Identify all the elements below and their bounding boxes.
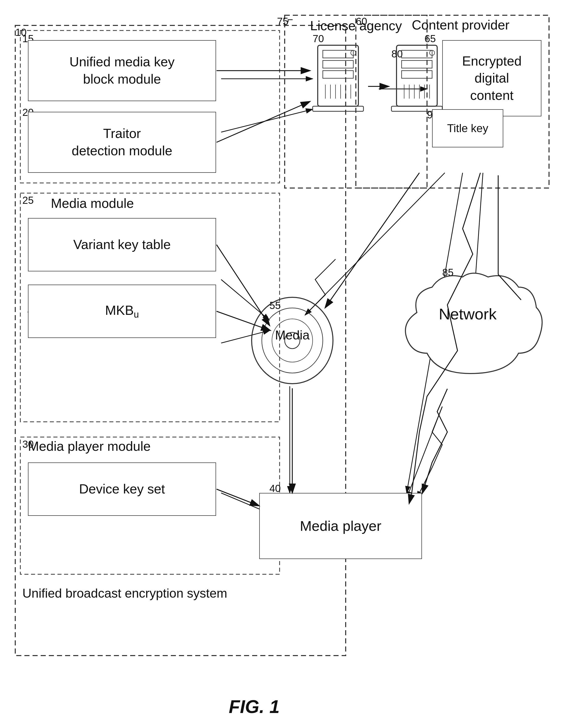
svg-rect-29 bbox=[397, 45, 437, 106]
fig-label: FIG. 1 bbox=[229, 696, 280, 717]
ref-25: 25 bbox=[22, 195, 34, 206]
media-player-module-label: Media player module bbox=[28, 439, 151, 454]
svg-rect-20 bbox=[323, 71, 353, 78]
svg-line-46 bbox=[217, 102, 310, 142]
media-disc: Media bbox=[249, 292, 336, 390]
unified-media-key-block-box: Unified media keyblock module bbox=[28, 40, 216, 101]
svg-rect-19 bbox=[323, 60, 353, 68]
variant-key-table-box: Variant key table bbox=[28, 218, 216, 271]
media-player-box: Media player bbox=[259, 493, 422, 559]
mkbu-box: MKBu bbox=[28, 285, 216, 338]
device-key-set-box: Device key set bbox=[28, 462, 216, 516]
svg-rect-32 bbox=[402, 71, 432, 78]
svg-line-11 bbox=[407, 407, 442, 498]
encrypted-digital-content-box: Encrypteddigitalcontent bbox=[442, 40, 541, 116]
media-module-label: Media module bbox=[51, 196, 134, 211]
svg-line-7 bbox=[221, 109, 313, 132]
svg-rect-28 bbox=[313, 106, 363, 111]
content-provider-label: Content provider bbox=[412, 17, 509, 33]
svg-line-12 bbox=[475, 173, 483, 280]
svg-rect-18 bbox=[323, 50, 353, 58]
ref-40: 40 bbox=[269, 483, 281, 494]
traitor-detection-box: Traitordetection module bbox=[28, 112, 216, 173]
unified-broadcast-label: Unified broadcast encryption system bbox=[22, 584, 227, 602]
network-cloud: Network bbox=[397, 267, 544, 390]
title-key-box: Title key bbox=[432, 109, 503, 147]
license-agency-label: License agency bbox=[310, 17, 402, 35]
license-agency-server bbox=[310, 40, 366, 148]
svg-rect-31 bbox=[402, 60, 432, 68]
svg-rect-17 bbox=[318, 45, 358, 106]
svg-line-52 bbox=[217, 489, 259, 506]
diagram: 75 ⌐ 10 60 15 70 65 80 20 25 50 55 85 45… bbox=[0, 0, 563, 728]
ref-75: 75 bbox=[277, 16, 288, 27]
svg-rect-30 bbox=[402, 50, 432, 58]
